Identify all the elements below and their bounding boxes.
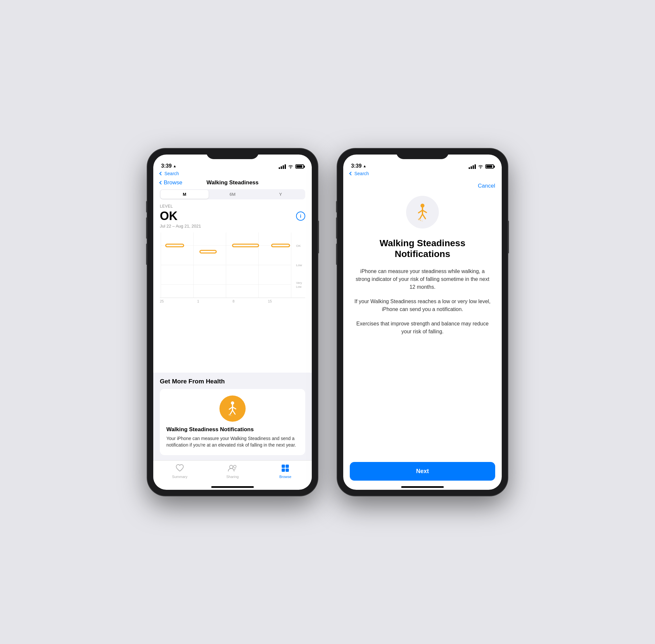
period-btn-y[interactable]: Y — [256, 190, 304, 199]
svg-point-25 — [231, 415, 232, 416]
svg-text:Very: Very — [296, 281, 302, 284]
svg-text:Low: Low — [296, 285, 302, 289]
signal-bar-2 — [281, 166, 282, 169]
volume-up-button[interactable] — [146, 217, 148, 239]
battery-icon-2 — [485, 164, 494, 169]
tab-summary-label: Summary — [172, 475, 187, 479]
search-label-2: Search — [354, 171, 369, 176]
svg-point-24 — [230, 415, 231, 416]
chart-x-labels: 25 1 8 15 — [160, 298, 305, 304]
svg-point-0 — [290, 167, 291, 168]
volume-up-button-2[interactable] — [336, 217, 337, 239]
notch — [206, 148, 259, 159]
home-bar-2 — [401, 486, 444, 488]
tab-sharing-label: Sharing — [226, 475, 239, 479]
svg-point-27 — [233, 465, 236, 468]
chart-wrapper: OK Low Very Low — [160, 232, 305, 298]
modal-paragraph-3: Exercises that improve strength and bala… — [353, 320, 492, 336]
svg-rect-30 — [281, 468, 285, 472]
cancel-button[interactable]: Cancel — [478, 183, 495, 189]
next-button[interactable]: Next — [350, 462, 495, 481]
svg-text:OK: OK — [296, 244, 301, 247]
signal-bar-1 — [279, 167, 280, 169]
tab-sharing-icon — [228, 464, 238, 474]
status-time: 3:39 ▲ — [161, 163, 177, 169]
svg-line-38 — [423, 214, 425, 219]
wifi-icon-2 — [478, 165, 483, 169]
svg-point-39 — [418, 218, 420, 220]
signal-bar-3 — [283, 165, 284, 169]
notch-2 — [396, 148, 449, 159]
back-browse-label: Browse — [164, 179, 182, 186]
phone2-frame: 3:39 ▲ — [337, 148, 507, 496]
period-btn-m[interactable]: M — [160, 190, 209, 199]
svg-point-40 — [420, 220, 421, 221]
tab-sharing[interactable]: Sharing — [206, 464, 259, 479]
tab-browse[interactable]: Browse — [259, 464, 312, 479]
tab-summary-icon — [176, 464, 184, 474]
location-icon: ▲ — [173, 164, 177, 168]
feature-card[interactable]: Walking Steadiness Notifications Your iP… — [160, 389, 305, 455]
svg-rect-10 — [200, 250, 217, 253]
signal-bar-4 — [285, 164, 286, 169]
x-label-8: 8 — [232, 299, 234, 303]
search-back-link-2[interactable]: Search — [343, 171, 502, 178]
feature-card-desc: Your iPhone can measure your Walking Ste… — [166, 435, 299, 448]
walking-steadiness-modal-icon — [413, 202, 432, 222]
svg-line-37 — [420, 214, 423, 219]
wifi-icon — [288, 165, 293, 169]
power-button[interactable] — [318, 221, 319, 253]
svg-point-26 — [230, 465, 233, 468]
modal-icon-circle — [406, 196, 439, 229]
svg-rect-28 — [281, 465, 285, 468]
chart-section: LEVEL OK i Jul 22 – Aug 21, 2021 — [153, 204, 312, 373]
page-title: Walking Steadiness — [206, 179, 258, 186]
home-bar — [211, 486, 254, 488]
time-display: 3:39 — [161, 163, 172, 169]
get-more-section: Get More From Health — [153, 373, 312, 460]
phone2-screen: 3:39 ▲ — [343, 155, 502, 490]
mute-button-2[interactable] — [336, 201, 337, 212]
svg-point-41 — [422, 220, 423, 221]
period-btn-6m[interactable]: 6M — [209, 190, 257, 199]
modal-footer: Next — [343, 455, 502, 487]
volume-down-button-2[interactable] — [336, 244, 337, 265]
signal-bars — [279, 164, 286, 169]
search-back-link[interactable]: Search — [153, 171, 312, 178]
signal-bar-2-2 — [471, 166, 472, 169]
back-button[interactable]: Browse — [160, 179, 182, 186]
signal-bar-2-4 — [475, 164, 476, 169]
svg-point-32 — [480, 167, 481, 168]
period-selector: M 6M Y — [160, 189, 305, 199]
tab-bar: Summary Sharing — [153, 460, 312, 487]
phone1-frame: 3:39 ▲ — [148, 148, 318, 496]
signal-bar-2-1 — [469, 167, 470, 169]
time-display-2: 3:39 — [351, 163, 362, 169]
back-chevron-icon — [159, 171, 163, 175]
status-time-2: 3:39 ▲ — [351, 163, 366, 169]
battery-icon — [295, 164, 304, 169]
phone1-screen: 3:39 ▲ — [153, 155, 312, 490]
home-indicator — [153, 487, 312, 490]
tab-summary[interactable]: Summary — [153, 464, 206, 479]
info-button[interactable]: i — [296, 211, 305, 221]
level-label: LEVEL — [160, 204, 305, 209]
location-icon-2: ▲ — [363, 164, 366, 168]
svg-point-23 — [229, 414, 230, 415]
svg-rect-29 — [286, 465, 289, 468]
modal-paragraph-1: iPhone can measure your steadiness while… — [353, 268, 492, 291]
get-more-title: Get More From Health — [160, 378, 305, 385]
power-button-2[interactable] — [507, 221, 509, 253]
feature-card-title: Walking Steadiness Notifications — [166, 426, 254, 433]
chart-svg: OK Low Very Low — [160, 232, 305, 298]
tab-browse-label: Browse — [279, 475, 292, 479]
x-label-15: 15 — [268, 299, 272, 303]
feature-icon-orange — [220, 395, 246, 422]
signal-bars-2 — [469, 164, 476, 169]
volume-down-button[interactable] — [146, 244, 148, 265]
mute-button[interactable] — [146, 201, 148, 212]
svg-line-21 — [230, 410, 232, 414]
walking-figure-icon — [224, 400, 241, 417]
battery-fill-2 — [486, 165, 492, 168]
signal-bar-2-3 — [473, 165, 474, 169]
